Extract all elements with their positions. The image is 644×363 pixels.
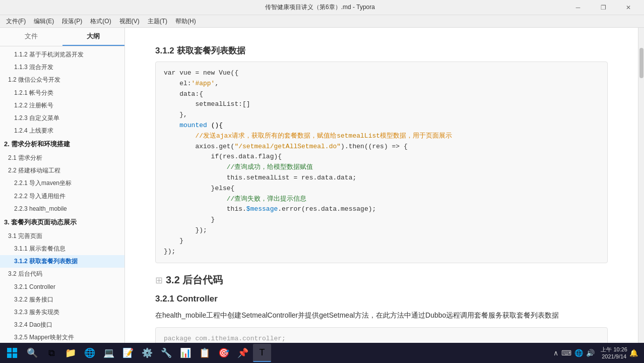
- sidebar-item-3.2.2[interactable]: 3.2.2 服务接口: [0, 293, 124, 306]
- svg-rect-0: [7, 348, 12, 352]
- sidebar-tabs: 文件 大纲: [0, 28, 124, 46]
- sidebar-item-3.2[interactable]: 3.2 后台代码: [0, 268, 124, 280]
- taskbar-explorer[interactable]: 📁: [61, 344, 80, 362]
- up-arrow-icon[interactable]: ∧: [553, 349, 558, 357]
- sidebar-item-1.2.1[interactable]: 1.2.1 帐号分类: [0, 87, 124, 99]
- sidebar-item-1.2[interactable]: 1.2 微信公众号开发: [0, 74, 124, 86]
- title-bar: 传智健康项目讲义（第6章）.md - Typora ─ ❐ ✕: [0, 0, 644, 15]
- taskbar-app7[interactable]: 🎯: [215, 344, 233, 362]
- section-marker: ⊞: [155, 275, 163, 286]
- taskbar-app3[interactable]: ⚙️: [138, 344, 156, 362]
- menu-theme[interactable]: 主题(T): [144, 16, 171, 27]
- svg-rect-2: [7, 353, 12, 358]
- time-display: 上午 10:26: [601, 346, 627, 353]
- heading-312: 3.1.2 获取套餐列表数据: [155, 45, 608, 56]
- taskbar: 🔍 ⧉ 📁 🌐 💻 📝 ⚙️ 🔧 📊 📋 🎯 📌 T ∧ ⌨ 🌐 🔊 上午 10…: [0, 343, 644, 363]
- sidebar-item-1.2.3[interactable]: 1.2.3 自定义菜单: [0, 112, 124, 125]
- tab-file[interactable]: 文件: [0, 28, 62, 46]
- sidebar-item-3.2.5[interactable]: 3.2.5 Mapper映射文件: [0, 331, 124, 343]
- sidebar-item-2.1[interactable]: 2.1 需求分析: [0, 152, 124, 164]
- taskbar-chrome[interactable]: 🌐: [81, 344, 99, 362]
- sidebar-item-3.2.3[interactable]: 3.2.3 服务实现类: [0, 306, 124, 319]
- sidebar-item-1.2.4[interactable]: 1.2.4 上线要求: [0, 125, 124, 137]
- taskbar-search[interactable]: 🔍: [23, 344, 41, 362]
- window-title: 传智健康项目讲义（第6章）.md - Typora: [74, 3, 566, 12]
- sidebar-item-3.2.1[interactable]: 3.2.1 Controller: [0, 281, 124, 293]
- taskbar-right: ∧ ⌨ 🌐 🔊 上午 10:26 2021/9/14 🔔: [549, 346, 642, 360]
- menu-view[interactable]: 视图(V): [115, 16, 144, 27]
- sidebar-item-2.2[interactable]: 2.2 搭建移动端工程: [0, 164, 124, 177]
- start-button[interactable]: [2, 344, 22, 362]
- sidebar-item-1.2.2[interactable]: 1.2.2 注册帐号: [0, 99, 124, 112]
- sidebar-item-3.1[interactable]: 3.1 完善页面: [0, 230, 124, 243]
- taskbar-app5[interactable]: 📊: [176, 344, 195, 362]
- windows-icon: [7, 348, 17, 358]
- sidebar-item-3.1.2[interactable]: 3.1.2 获取套餐列表数据: [0, 255, 124, 268]
- taskbar-app2[interactable]: 📝: [119, 344, 137, 362]
- sidebar-item-2[interactable]: 2. 需求分析和环境搭建: [0, 137, 124, 152]
- taskbar-taskview[interactable]: ⧉: [42, 344, 60, 362]
- tab-outline[interactable]: 大纲: [62, 28, 125, 46]
- sidebar-item-2.2.2[interactable]: 2.2.2 导入通用组件: [0, 190, 124, 203]
- sys-tray: ∧ ⌨ 🌐 🔊: [549, 349, 599, 357]
- close-button[interactable]: ✕: [617, 0, 640, 15]
- sidebar: 文件 大纲 1.1.2 基于手机浏览器开发 1.1.3 混合开发 1.2 微信公…: [0, 28, 125, 343]
- taskbar-app8[interactable]: 📌: [234, 344, 252, 362]
- svg-rect-1: [13, 348, 17, 352]
- desc-321: 在health_mobile工程中创建SetmealController并提供g…: [155, 309, 608, 322]
- sidebar-item-2.2.3[interactable]: 2.2.3 health_mobile: [0, 203, 124, 215]
- taskbar-app4[interactable]: 🔧: [157, 344, 175, 362]
- sidebar-item-2.2.1[interactable]: 2.2.1 导入maven坐标: [0, 177, 124, 190]
- sidebar-item-3.2.4[interactable]: 3.2.4 Dao接口: [0, 319, 124, 331]
- right-scrollbar[interactable]: [638, 28, 644, 343]
- sidebar-item-1.1.3[interactable]: 1.1.3 混合开发: [0, 61, 124, 74]
- maximize-button[interactable]: ❐: [592, 0, 615, 15]
- sidebar-item-3.1.1[interactable]: 3.1.1 展示套餐信息: [0, 243, 124, 255]
- taskbar-app1[interactable]: 💻: [100, 344, 118, 362]
- menu-file[interactable]: 文件(F): [2, 16, 30, 27]
- code-block-321-partial: package com.itheima.controller;: [155, 327, 608, 343]
- sidebar-content: 1.1.2 基于手机浏览器开发 1.1.3 混合开发 1.2 微信公众号开发 1…: [0, 46, 124, 343]
- taskbar-typora[interactable]: T: [253, 344, 271, 362]
- menu-help[interactable]: 帮助(H): [171, 16, 200, 27]
- content-area[interactable]: 3.1.2 获取套餐列表数据 var vue = new Vue({ el:'#…: [125, 28, 638, 343]
- network-icon[interactable]: 🌐: [574, 349, 583, 357]
- notification-icon[interactable]: 🔔: [629, 349, 638, 357]
- section-32: ⊞ 3.2 后台代码 3.2.1 Controller 在health_mobi…: [155, 273, 608, 343]
- svg-rect-3: [13, 353, 17, 358]
- volume-icon[interactable]: 🔊: [586, 349, 595, 357]
- heading-321: 3.2.1 Controller: [155, 294, 608, 304]
- menu-edit[interactable]: 编辑(E): [30, 16, 58, 27]
- clock[interactable]: 上午 10:26 2021/9/14: [601, 346, 627, 360]
- date-display: 2021/9/14: [602, 353, 626, 360]
- scrollbar-thumb[interactable]: [639, 48, 643, 78]
- sidebar-item-3[interactable]: 3. 套餐列表页面动态展示: [0, 215, 124, 230]
- main-layout: 文件 大纲 1.1.2 基于手机浏览器开发 1.1.3 混合开发 1.2 微信公…: [0, 28, 644, 343]
- minimize-button[interactable]: ─: [566, 0, 590, 15]
- section-312: 3.1.2 获取套餐列表数据 var vue = new Vue({ el:'#…: [155, 45, 608, 263]
- menu-bar: 文件(F) 编辑(E) 段落(P) 格式(O) 视图(V) 主题(T) 帮助(H…: [0, 15, 644, 28]
- heading-32: 3.2 后台代码: [166, 273, 223, 287]
- taskbar-app6[interactable]: 📋: [196, 344, 214, 362]
- menu-paragraph[interactable]: 段落(P): [58, 16, 86, 27]
- sidebar-item-1.1.2[interactable]: 1.1.2 基于手机浏览器开发: [0, 48, 124, 61]
- window-controls[interactable]: ─ ❐ ✕: [566, 0, 640, 15]
- keyboard-icon[interactable]: ⌨: [561, 349, 571, 357]
- code-block-312: var vue = new Vue({ el:'#app', data:{ se…: [155, 62, 608, 263]
- menu-format[interactable]: 格式(O): [86, 16, 115, 27]
